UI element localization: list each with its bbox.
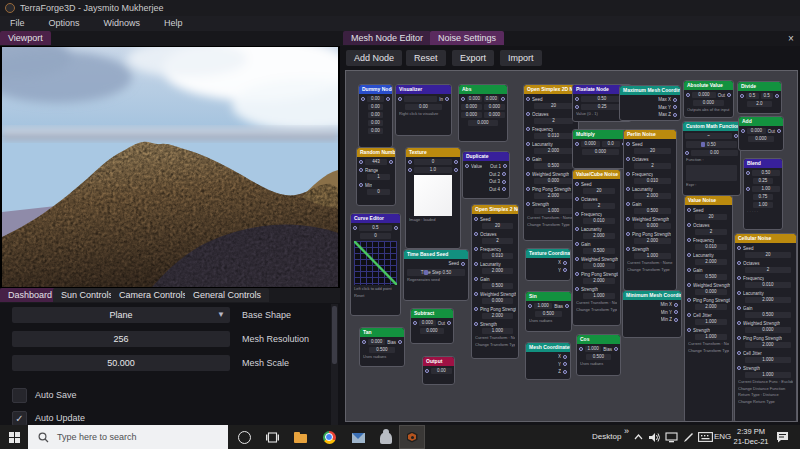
socket-icon[interactable] [501,97,505,101]
socket-icon[interactable] [563,261,567,265]
socket-icon[interactable] [626,187,630,191]
socket-icon[interactable] [526,97,530,101]
value-box[interactable]: 1.000 [695,319,727,325]
socket-icon[interactable] [502,172,506,176]
value-box[interactable]: 0.00 [431,368,452,374]
value-box[interactable]: 0.000 [467,96,482,102]
node-visualizer[interactable]: VisualizerIn0.00Right click to visualize [395,84,452,136]
value-box[interactable]: 0.00 [368,112,383,118]
value-box[interactable]: 20 [695,214,727,220]
node-sin[interactable]: Sin1.000Bias0.500Uses radians [525,291,572,332]
people-icon[interactable] [373,425,399,449]
value-box[interactable]: 1.000 [583,293,615,299]
node-cos[interactable]: Cos1.000Bias0.500Uses radians [576,334,621,376]
menu-file[interactable]: File [0,16,37,31]
socket-icon[interactable] [674,303,678,307]
socket-icon[interactable] [575,242,579,246]
texture-preview[interactable] [414,175,452,216]
chevron-down-icon[interactable]: ▼ [217,310,225,320]
socket-icon[interactable] [687,328,691,332]
node-value-cubic-noise[interactable]: Value/Cube NoiseSeed20Octaves2Frequency0… [572,169,621,326]
socket-icon[interactable] [526,127,530,131]
value-box[interactable]: 1.00 [753,202,773,208]
title-bar[interactable]: TerraForge3D - Jaysmito Mukherjee [0,0,800,16]
value-box[interactable]: 0.000 [482,298,513,304]
tab-camera-controls[interactable]: Camera Controls [111,288,195,302]
value-box[interactable]: 2.000 [482,313,513,319]
socket-icon[interactable] [737,261,741,265]
socket-icon[interactable] [687,238,691,242]
value-box[interactable]: 0.010 [634,178,671,184]
expression-area[interactable] [686,165,737,181]
value-box[interactable]: 0.000 [461,112,482,118]
reset-button[interactable]: Reset [406,50,446,66]
socket-icon[interactable] [687,208,691,212]
socket-icon[interactable] [563,362,567,366]
value-box[interactable]: 0.000 [468,120,498,126]
auto-save-checkbox[interactable] [12,388,27,403]
socket-icon[interactable] [454,168,458,172]
value-box[interactable]: 1.0 [414,167,452,173]
value-box[interactable]: 0.5 [359,225,392,231]
value-box[interactable]: 0.000 [745,327,791,333]
socket-icon[interactable] [687,283,691,287]
value-box[interactable]: 1.00 [752,186,780,192]
socket-icon[interactable] [362,340,366,344]
value-box[interactable]: 0.25 [581,104,623,110]
tab-general-controls[interactable]: General Controls [185,288,269,302]
socket-icon[interactable] [526,142,530,146]
socket-icon[interactable] [353,226,357,230]
scrollbar[interactable] [331,304,338,425]
socket-icon[interactable] [727,93,731,97]
scrollbar-thumb[interactable] [332,306,337,364]
curve-graph[interactable] [354,241,397,285]
socket-icon[interactable] [685,151,689,155]
value-box[interactable]: 0.000 [419,320,436,326]
node-canvas[interactable]: Dummy Node0.000.000.000.000.00Visualizer… [345,70,798,422]
network-icon[interactable] [662,425,680,449]
value-box[interactable]: 0.000 [748,136,774,142]
socket-icon[interactable] [673,105,677,109]
socket-icon[interactable] [575,227,579,231]
socket-icon[interactable] [502,180,506,184]
socket-icon[interactable] [526,172,530,176]
viewport-3d[interactable] [0,46,340,288]
socket-icon[interactable] [502,187,506,191]
socket-icon[interactable] [673,113,677,117]
value-box[interactable]: 0.500 [535,311,562,317]
value-box[interactable]: 1 [367,174,390,180]
socket-icon[interactable] [474,307,478,311]
socket-icon[interactable] [503,164,507,168]
value-box[interactable]: 2.000 [534,148,573,154]
node-dummy-node[interactable]: Dummy Node0.000.000.000.000.00 [358,84,393,148]
socket-icon[interactable] [746,171,750,175]
value-box[interactable]: 0.500 [634,208,671,214]
socket-icon[interactable] [474,232,478,236]
socket-icon[interactable] [563,268,567,272]
socket-icon[interactable] [737,321,741,325]
value-box[interactable]: 0.010 [583,218,615,224]
mesh-scale-input[interactable]: 50.000 [12,355,230,371]
socket-icon[interactable] [465,164,469,168]
cortana-icon[interactable] [231,425,257,449]
slider-handle[interactable] [701,142,705,147]
menu-windows[interactable]: Widnows [92,16,153,31]
socket-icon[interactable] [746,187,750,191]
node-add[interactable]: Add0.000Out0.000 [738,116,784,151]
start-button[interactable] [0,425,28,449]
socket-icon[interactable] [626,217,630,221]
value-box[interactable]: 20 [534,103,573,109]
node-open-simplex-2d-noise[interactable]: Open Simplex 2D NoiseSeed20Octaves2Frequ… [523,84,579,241]
socket-icon[interactable] [461,97,465,101]
value-box[interactable]: 0.000 [581,141,600,147]
socket-icon[interactable] [565,304,569,308]
socket-icon[interactable] [674,318,678,322]
socket-icon[interactable] [737,246,741,250]
socket-icon[interactable] [413,321,417,325]
value-box[interactable]: 0.500 [745,312,791,318]
value-box[interactable]: 2.000 [583,278,615,284]
value-box[interactable] [404,96,437,102]
value-box[interactable]: 0.75 [753,194,773,200]
value-box[interactable]: 1.000 [534,208,573,214]
node-duplicate[interactable]: DuplicateValueOut 1Out 2Out 3Out 4 [462,151,510,199]
